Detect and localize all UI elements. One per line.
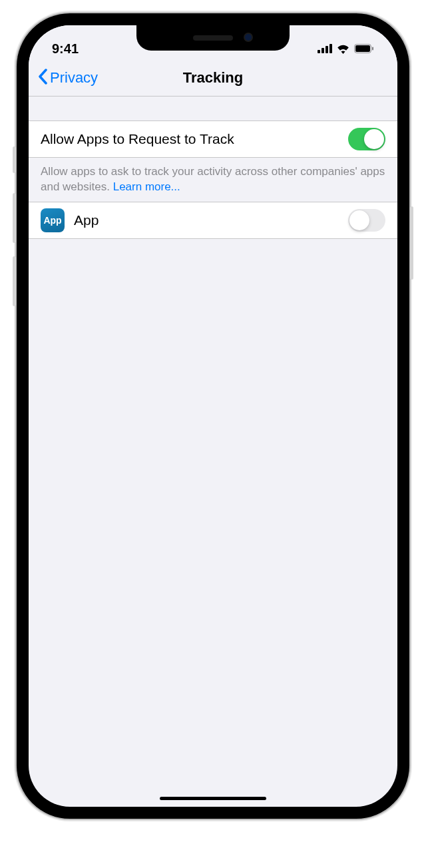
allow-tracking-cell[interactable]: Allow Apps to Request to Track bbox=[29, 120, 397, 158]
svg-rect-6 bbox=[372, 47, 373, 51]
toggle-knob bbox=[364, 129, 384, 149]
app-icon-label: App bbox=[43, 215, 61, 226]
power-button bbox=[410, 206, 413, 280]
back-label: Privacy bbox=[50, 69, 98, 87]
home-indicator[interactable] bbox=[160, 797, 266, 800]
section-spacer bbox=[29, 97, 397, 120]
section-footer: Allow apps to ask to track your activity… bbox=[29, 158, 397, 202]
back-button[interactable]: Privacy bbox=[38, 69, 98, 88]
allow-tracking-toggle[interactable] bbox=[348, 128, 385, 150]
svg-rect-5 bbox=[355, 45, 370, 52]
footer-description: Allow apps to ask to track your activity… bbox=[41, 165, 385, 193]
app-tracking-toggle[interactable] bbox=[348, 209, 385, 232]
learn-more-link[interactable]: Learn more... bbox=[113, 180, 180, 193]
speaker-grill bbox=[193, 35, 233, 41]
status-time: 9:41 bbox=[52, 41, 79, 57]
app-name-label: App bbox=[74, 212, 348, 228]
svg-rect-0 bbox=[318, 50, 320, 53]
front-camera bbox=[244, 33, 253, 42]
volume-down-button bbox=[13, 256, 16, 306]
cellular-signal-icon bbox=[318, 44, 332, 53]
svg-rect-3 bbox=[329, 44, 332, 53]
svg-rect-1 bbox=[321, 48, 324, 53]
battery-icon bbox=[354, 44, 374, 53]
toggle-knob bbox=[349, 210, 369, 230]
page-title: Tracking bbox=[183, 69, 243, 87]
navigation-bar: Privacy Tracking bbox=[29, 60, 397, 97]
svg-rect-2 bbox=[325, 46, 328, 53]
notch bbox=[136, 25, 290, 51]
allow-tracking-label: Allow Apps to Request to Track bbox=[41, 131, 348, 147]
wifi-icon bbox=[336, 44, 350, 54]
app-icon: App bbox=[41, 208, 65, 232]
silent-switch bbox=[13, 146, 16, 173]
app-tracking-cell[interactable]: App App bbox=[29, 202, 397, 239]
chevron-left-icon bbox=[38, 69, 47, 88]
status-indicators bbox=[318, 44, 374, 54]
volume-up-button bbox=[13, 193, 16, 243]
screen: 9:41 Privacy Tracking Allow Apps to Requ… bbox=[29, 25, 397, 807]
phone-device-frame: 9:41 Privacy Tracking Allow Apps to Requ… bbox=[17, 13, 409, 819]
